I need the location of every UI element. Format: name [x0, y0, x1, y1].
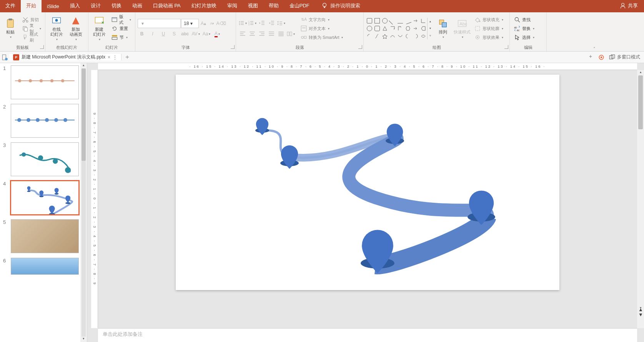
clipboard-launcher[interactable]	[40, 45, 44, 49]
arrange-button[interactable]: 排列	[434, 14, 452, 43]
vertical-ruler[interactable]: 9 · 8 · 7 · 6 · 5 · 4 · 3 · 2 · 1 · 0 · …	[91, 70, 98, 328]
align-text-button[interactable]: 对齐文本	[299, 24, 344, 33]
tell-me-search[interactable]: 操作说明搜索	[315, 2, 366, 12]
quick-styles-button[interactable]: Abc 快速样式	[453, 14, 471, 43]
tab-file[interactable]: 文件	[0, 0, 21, 12]
tab-pocket-anim[interactable]: 口袋动画 PA	[148, 0, 186, 12]
find-button[interactable]: 查找	[512, 15, 536, 24]
canvas-vertical-scrollbar[interactable]: ▴ ▾ ⯅⯆	[637, 70, 644, 328]
share-button[interactable]: 共享	[613, 2, 644, 12]
add-document-tab[interactable]: ＋	[121, 53, 133, 61]
bullets-button[interactable]	[238, 19, 247, 27]
prev-slide-button[interactable]: ⯅	[639, 308, 642, 312]
document-tab[interactable]: P 新建 Microsoft PowerPoint 演示文稿.pptx × ⋮	[9, 54, 121, 60]
layout-button[interactable]: 版式	[110, 15, 133, 24]
paste-button[interactable]: 粘贴	[2, 14, 19, 43]
shape-fill-button[interactable]: 形状填充	[473, 15, 505, 24]
convert-smartart-button[interactable]: 转换为 SmartArt	[299, 33, 344, 42]
scroll-up-icon[interactable]: ▴	[637, 70, 644, 75]
format-painter-button[interactable]: 格式刷	[20, 33, 43, 42]
font-launcher[interactable]	[231, 45, 235, 49]
tab-review[interactable]: 审阅	[222, 0, 243, 12]
slide-canvas[interactable]	[176, 75, 559, 290]
multi-window-button[interactable]: 多窗口模式	[609, 54, 640, 61]
map-pin-3[interactable]	[383, 117, 406, 144]
tab-islide[interactable]: iSlide	[42, 1, 65, 12]
text-direction-button[interactable]: ⇅A文字方向	[299, 15, 344, 24]
italic-button[interactable]: I	[148, 30, 157, 38]
replace-button[interactable]: abac替换	[512, 24, 536, 33]
shapes-gallery[interactable]: ▴▾▿	[366, 17, 433, 40]
slide-canvas-viewport[interactable]	[98, 70, 637, 328]
increase-font-button[interactable]: A▴	[199, 19, 208, 28]
font-color-button[interactable]: A	[213, 30, 221, 38]
magic-button[interactable]	[587, 54, 594, 61]
scroll-down-icon[interactable]: ▾	[80, 337, 87, 342]
slide-thumbnail-6[interactable]: 6	[0, 255, 80, 277]
underline-button[interactable]: U	[159, 30, 168, 38]
map-pin-5[interactable]	[356, 217, 399, 269]
map-pin-1[interactable]	[253, 111, 272, 132]
online-slides-button[interactable]: 在线 幻灯片	[48, 14, 65, 43]
decrease-indent-button[interactable]	[258, 19, 266, 27]
slide-thumbnail-2[interactable]: 2	[0, 102, 80, 140]
scrollbar-thumb[interactable]	[82, 68, 86, 161]
drawing-launcher[interactable]	[504, 45, 508, 49]
slide-thumbnail-5[interactable]: 5	[0, 217, 80, 255]
tab-animations[interactable]: 动画	[127, 0, 148, 12]
distribute-button[interactable]	[277, 30, 285, 38]
decrease-font-button[interactable]: A▾	[208, 19, 216, 28]
tab-design[interactable]: 设计	[85, 0, 106, 12]
slide-roadmap-graphic[interactable]	[176, 75, 559, 290]
tab-home[interactable]: 开始	[21, 0, 42, 12]
map-pin-2[interactable]	[278, 138, 301, 166]
align-center-button[interactable]	[248, 30, 256, 38]
slide-thumbnail-3[interactable]: 3	[0, 140, 80, 179]
align-right-button[interactable]	[258, 30, 266, 38]
tab-view[interactable]: 视图	[243, 0, 263, 12]
tab-help[interactable]: 帮助	[263, 0, 284, 12]
notes-pane[interactable]: 单击此处添加备注	[98, 328, 637, 342]
shapes-gallery-more[interactable]: ▴▾▿	[427, 18, 433, 39]
justify-button[interactable]	[267, 30, 276, 38]
strike-button[interactable]: abc	[181, 30, 189, 38]
next-slide-button[interactable]: ⯆	[639, 313, 642, 317]
new-anim-page-button[interactable]: 新加 动画页	[67, 14, 85, 43]
change-case-button[interactable]: Aa	[202, 30, 211, 38]
columns-button[interactable]	[286, 30, 295, 38]
doc-tab-context-button[interactable]	[0, 53, 9, 62]
slide-thumbnail-4[interactable]: 4	[0, 179, 80, 217]
font-name-combo[interactable]: ▾	[138, 19, 181, 28]
reset-button[interactable]: 重置	[110, 24, 133, 33]
tab-close-button[interactable]: ×	[108, 55, 110, 60]
clear-format-button[interactable]: A⌫	[217, 19, 225, 28]
horizontal-ruler[interactable]: · 16 · 15 · 14 · 13 · 12 · 11 · 10 · 9 ·…	[98, 63, 637, 70]
char-spacing-button[interactable]: AV	[191, 30, 200, 38]
tab-slideshow[interactable]: 幻灯片放映	[186, 0, 222, 12]
shadow-button[interactable]: S	[170, 30, 178, 38]
increase-indent-button[interactable]	[267, 19, 276, 27]
new-slide-button[interactable]: 新建 幻灯片	[91, 14, 108, 43]
section-button[interactable]: 节	[110, 33, 133, 42]
slide-thumbnail-1[interactable]: 1	[0, 63, 80, 102]
map-pin-4[interactable]	[464, 180, 499, 221]
font-size-combo[interactable]: 18 ▾	[181, 19, 199, 28]
tab-insert[interactable]: 插入	[65, 0, 85, 12]
scrollbar-thumb[interactable]	[638, 75, 643, 129]
tab-transitions[interactable]: 切换	[106, 0, 127, 12]
numbering-button[interactable]: 123	[248, 19, 256, 27]
outdent-icon	[258, 20, 265, 27]
scroll-up-icon[interactable]: ▴	[80, 63, 87, 68]
settings-button[interactable]	[598, 54, 605, 61]
thumbnail-scrollbar[interactable]: ▴ ▾	[80, 63, 87, 342]
line-spacing-button[interactable]	[277, 19, 285, 27]
tab-wpspdf[interactable]: 金山PDF	[284, 0, 315, 12]
bold-button[interactable]: B	[138, 30, 146, 38]
shape-outline-button[interactable]: 形状轮廓	[473, 24, 505, 33]
tab-menu-button[interactable]: ⋮	[113, 55, 117, 60]
collapse-ribbon-button[interactable]: ˄	[547, 45, 642, 53]
align-left-button[interactable]	[238, 30, 247, 38]
select-button[interactable]: 选择	[512, 33, 536, 42]
shape-effects-button[interactable]: 形状效果	[473, 33, 505, 42]
paragraph-launcher[interactable]	[358, 45, 362, 49]
